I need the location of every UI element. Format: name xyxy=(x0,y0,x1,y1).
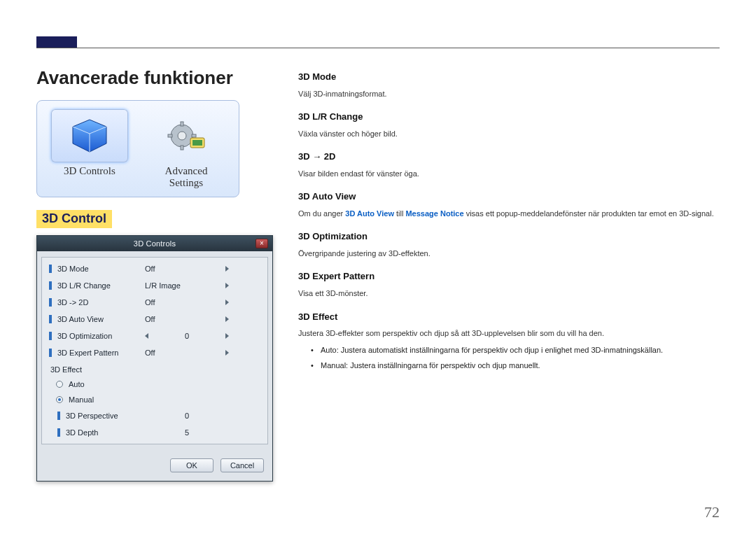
chevron-right-icon xyxy=(225,350,229,356)
svg-rect-4 xyxy=(181,122,183,126)
keyword: Manual xyxy=(321,361,346,370)
row-label: 3D Optimization xyxy=(57,332,145,340)
cancel-button[interactable]: Cancel xyxy=(220,458,264,472)
thumb-3d-controls[interactable]: 3D Controls xyxy=(41,105,138,192)
thumb-3d-controls-label: 3D Controls xyxy=(43,165,136,177)
bullet-icon xyxy=(49,265,52,273)
svg-point-3 xyxy=(178,132,186,140)
header-rule xyxy=(36,48,720,48)
desc-3d-effect: Justera 3D-effekter som perspektiv och d… xyxy=(298,328,720,340)
svg-rect-9 xyxy=(192,140,202,146)
bullet-icon xyxy=(57,428,60,437)
dialog-buttons: OK Cancel xyxy=(37,451,272,481)
cube-icon xyxy=(51,109,128,162)
heading-3d-mode: 3D Mode xyxy=(298,70,720,84)
chevron-left-icon xyxy=(145,333,148,339)
row-3d-auto-view: 3D Auto View Off xyxy=(43,311,266,328)
desc-3d-auto-view: Om du anger 3D Auto View till Message No… xyxy=(298,208,720,220)
ok-button[interactable]: OK xyxy=(170,458,214,472)
group-3d-effect-label: 3D Effect xyxy=(43,361,266,377)
desc-3d-lr-change: Växla vänster och höger bild. xyxy=(298,128,720,141)
row-value-text: Off xyxy=(145,315,220,323)
heading-3d-to-2d: 3D → 2D xyxy=(298,150,720,164)
text: : Justera automatiskt inställningarna fö… xyxy=(337,346,664,354)
radio-manual[interactable]: Manual xyxy=(43,392,266,407)
dialog-body: 3D Mode Off 3D L/R Change L/R Image xyxy=(37,251,272,451)
chevron-right-icon xyxy=(225,266,229,272)
row-3d-depth: 3D Depth 5 xyxy=(43,424,266,441)
bullet-icon xyxy=(49,298,52,307)
desc-3d-mode: Välj 3D-inmatningsformat. xyxy=(298,88,720,101)
row-value-stepper[interactable]: 0 xyxy=(145,412,229,420)
radio-icon xyxy=(56,396,63,403)
thumbnail-row: 3D Controls xyxy=(36,100,239,197)
bullet-icon xyxy=(49,349,52,357)
row-value-stepper[interactable]: Off xyxy=(145,298,229,307)
keyword: Auto xyxy=(321,346,337,354)
heading-3d-lr-change: 3D L/R Change xyxy=(298,110,720,124)
svg-rect-5 xyxy=(181,146,183,150)
row-label: 3D Auto View xyxy=(57,315,145,323)
close-button[interactable]: × xyxy=(255,239,268,248)
bullet-icon xyxy=(49,332,52,340)
radio-auto[interactable]: Auto xyxy=(43,377,266,392)
row-label: 3D Mode xyxy=(57,265,145,273)
section-heading-3d-control: 3D Control xyxy=(36,210,112,228)
row-label: 3D -> 2D xyxy=(57,298,145,307)
row-3d-mode: 3D Mode Off xyxy=(43,260,266,277)
row-label: 3D Perspective xyxy=(66,412,145,420)
list-item: Auto: Justera automatiskt inställningarn… xyxy=(311,344,720,356)
thumb-advanced-settings[interactable]: Advanced Settings xyxy=(138,105,234,192)
keyword: Message Notice xyxy=(405,209,463,218)
gear-icon xyxy=(148,109,225,162)
page-content: Avancerade funktioner xyxy=(36,67,720,513)
row-value-text: Off xyxy=(145,265,220,273)
row-value-stepper[interactable]: 5 xyxy=(145,428,229,437)
chevron-right-icon xyxy=(225,333,229,339)
chevron-right-icon xyxy=(225,300,229,305)
row-value-text: 0 xyxy=(145,412,229,420)
keyword: 3D Auto View xyxy=(345,209,394,218)
list-item: Manual: Justera inställningarna för pers… xyxy=(311,360,720,372)
row-label: 3D Expert Pattern xyxy=(57,349,145,357)
row-3d-to-2d: 3D -> 2D Off xyxy=(43,294,266,311)
row-value-stepper[interactable]: Off xyxy=(145,349,229,357)
chevron-right-icon xyxy=(225,283,229,288)
dialog-title: 3D Controls × xyxy=(37,236,272,251)
chevron-right-icon xyxy=(225,316,229,322)
heading-3d-expert-pattern: 3D Expert Pattern xyxy=(298,269,720,283)
heading-3d-optimization: 3D Optimization xyxy=(298,230,720,244)
text: : Justera inställningarna för perspektiv… xyxy=(346,361,540,370)
row-value-text: 0 xyxy=(154,332,220,340)
row-value-text: 5 xyxy=(145,428,229,437)
row-3d-lr-change: 3D L/R Change L/R Image xyxy=(43,277,266,294)
heading-3d-auto-view: 3D Auto View xyxy=(298,190,720,204)
svg-rect-6 xyxy=(168,134,172,137)
row-value-stepper[interactable]: L/R Image xyxy=(145,281,229,290)
text: Om du anger xyxy=(298,209,345,218)
dialog-inner: 3D Mode Off 3D L/R Change L/R Image xyxy=(41,257,268,444)
bullet-list-3d-effect: Auto: Justera automatiskt inställningarn… xyxy=(311,344,720,372)
radio-icon xyxy=(56,381,63,388)
row-value-stepper[interactable]: Off xyxy=(145,265,229,273)
radio-label: Auto xyxy=(69,380,85,388)
bullet-icon xyxy=(49,281,52,290)
row-value-text: L/R Image xyxy=(145,281,220,290)
row-label: 3D Depth xyxy=(66,428,145,437)
header-mark xyxy=(36,36,77,48)
close-icon: × xyxy=(260,239,264,247)
bullet-icon xyxy=(57,412,60,420)
bullet-icon xyxy=(49,315,52,323)
left-column: Avancerade funktioner xyxy=(36,67,274,513)
desc-3d-expert-pattern: Visa ett 3D-mönster. xyxy=(298,288,720,300)
row-value-stepper[interactable]: 0 xyxy=(145,332,229,340)
page-number: 72 xyxy=(704,503,720,521)
page-title: Avancerade funktioner xyxy=(36,67,274,89)
thumb-advanced-line2: Settings xyxy=(169,177,203,188)
heading-3d-effect: 3D Effect xyxy=(298,310,720,324)
text: till xyxy=(394,209,406,218)
dialog-3d-controls: 3D Controls × 3D Mode Off xyxy=(36,235,273,482)
row-label: 3D L/R Change xyxy=(57,281,145,290)
svg-rect-7 xyxy=(192,134,196,137)
row-value-stepper[interactable]: Off xyxy=(145,315,229,323)
